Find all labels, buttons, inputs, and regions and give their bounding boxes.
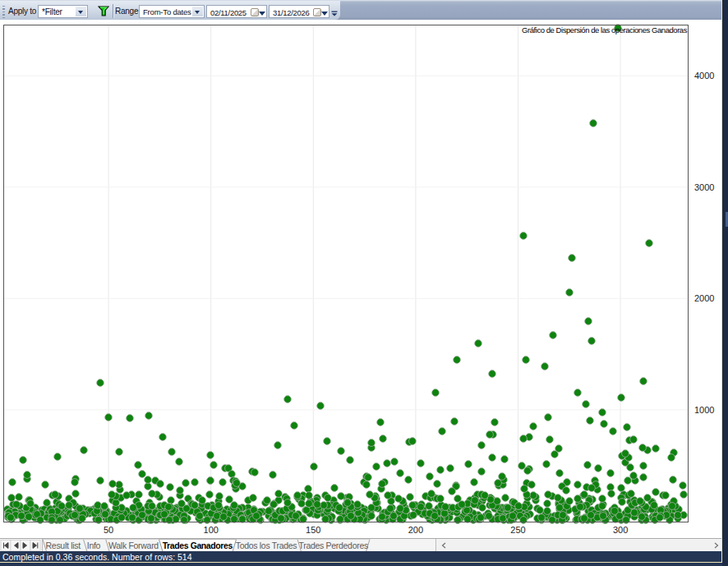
svg-text:2000: 2000 — [694, 293, 714, 303]
svg-text:150: 150 — [306, 525, 320, 535]
svg-text:Trades Ganadores: Trades Ganadores — [163, 541, 233, 550]
svg-text:Trades Perdedores: Trades Perdedores — [298, 541, 367, 550]
svg-text:Info: Info — [87, 541, 101, 550]
svg-text:100: 100 — [204, 525, 219, 535]
svg-text:300: 300 — [613, 525, 628, 535]
svg-text:1000: 1000 — [694, 405, 714, 415]
svg-text:Result list: Result list — [46, 541, 81, 550]
svg-text:200: 200 — [408, 525, 423, 535]
svg-text:Todos los Trades: Todos los Trades — [236, 541, 297, 550]
svg-text:4000: 4000 — [694, 71, 714, 81]
svg-text:50: 50 — [104, 525, 113, 535]
svg-text:Gráfico de Dispersión de las o: Gráfico de Dispersión de las operaciones… — [522, 25, 688, 35]
svg-text:Walk Forward: Walk Forward — [108, 541, 159, 550]
svg-text:250: 250 — [510, 525, 525, 535]
svg-text:3000: 3000 — [694, 182, 714, 192]
